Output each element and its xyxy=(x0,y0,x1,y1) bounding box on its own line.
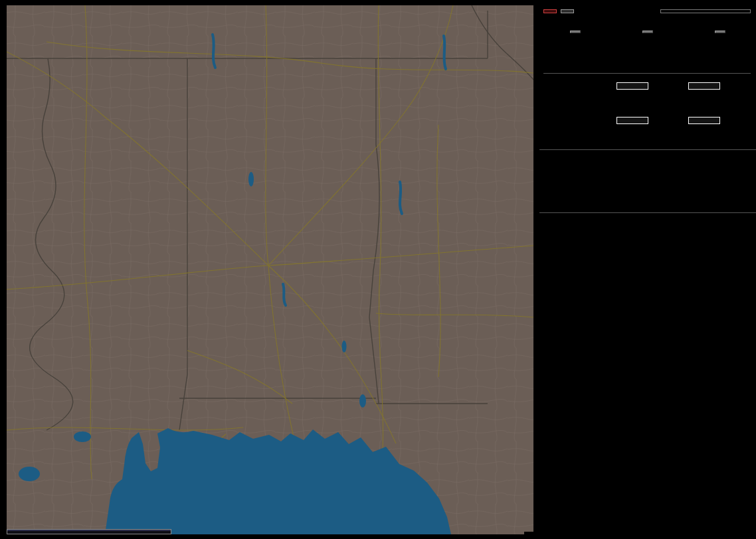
lightning-map[interactable] xyxy=(7,5,533,534)
receiver-status-grid xyxy=(539,163,756,203)
noises-per-min-button[interactable] xyxy=(715,31,725,33)
trend-graph xyxy=(545,264,756,444)
trend-graph-canvas xyxy=(545,264,744,443)
legend-row-old xyxy=(7,532,171,534)
ic-neg-bar xyxy=(688,117,720,124)
cg-neg-bar-fill xyxy=(689,83,719,89)
status-row xyxy=(545,177,756,190)
strikes-per-min-button[interactable] xyxy=(570,31,581,33)
intracloud-row xyxy=(545,115,756,125)
cg-pos-bar xyxy=(616,82,648,90)
bearing-display xyxy=(660,9,751,13)
ic-neg-bar-fill xyxy=(689,117,719,123)
copyright-notice xyxy=(524,532,533,534)
map-canvas xyxy=(7,5,533,534)
strikes-counter xyxy=(539,31,612,45)
datetime-display xyxy=(539,153,756,157)
stats-row xyxy=(545,221,756,236)
count-label xyxy=(545,95,613,106)
cg-neg-bar xyxy=(688,82,720,90)
separator xyxy=(539,149,756,150)
strike-legend xyxy=(7,529,171,534)
close-per-min-button[interactable] xyxy=(642,31,653,33)
separator xyxy=(539,212,756,213)
ic-pos-count xyxy=(613,129,674,140)
cloud-ground-counts xyxy=(545,95,756,106)
ic-pos-bar xyxy=(616,117,648,124)
ic-neg-count xyxy=(674,129,735,140)
ic-pos-bar-fill xyxy=(617,117,648,123)
rate-counters xyxy=(539,31,756,45)
cloud-ground-row xyxy=(545,80,756,91)
distribution-title xyxy=(543,70,751,74)
strike-button[interactable] xyxy=(543,9,557,13)
status-panel xyxy=(539,0,756,539)
panel-top-bar xyxy=(543,9,751,13)
session-stats-grid xyxy=(539,221,756,250)
noise-button[interactable] xyxy=(561,9,574,13)
intracloud-counts xyxy=(545,129,756,140)
status-row xyxy=(545,190,756,203)
close-counter xyxy=(612,31,684,45)
cg-pos-count xyxy=(613,95,674,106)
cg-pos-bar-fill xyxy=(617,83,648,89)
count-label xyxy=(545,129,613,140)
stats-row xyxy=(545,236,756,250)
status-row xyxy=(545,163,756,177)
noises-counter xyxy=(684,31,756,45)
cg-neg-count xyxy=(674,95,735,106)
